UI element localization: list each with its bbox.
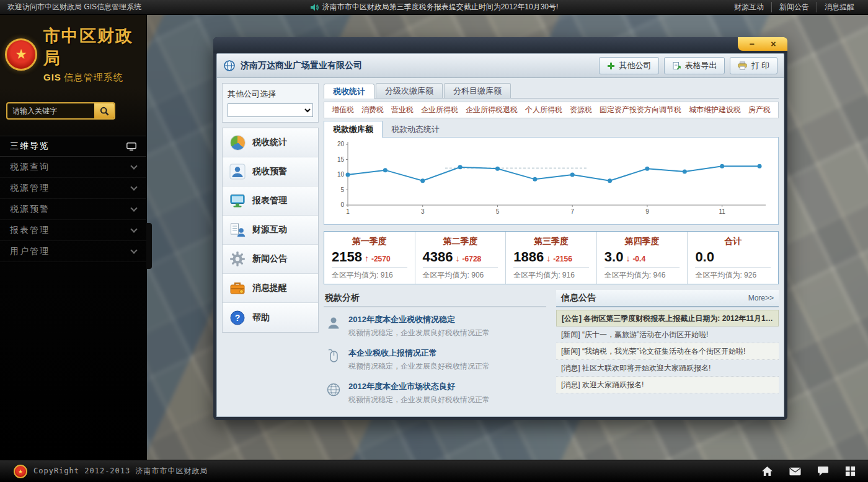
quarter-delta: -6728	[463, 255, 482, 263]
announcement-text: 济南市市中区财政局第三季度税务报表提交截止时间为2012年10月30号!	[322, 2, 559, 12]
analysis-item: 2012年度本企业市场状态良好 税额情况稳定，企业发展良好税收情况正常	[324, 374, 546, 408]
quarter-average: 全区平均值为: 906	[423, 267, 498, 281]
export-button[interactable]: 表格导出	[664, 57, 725, 74]
quarter-label: 第一季度	[332, 236, 407, 247]
sidebar-item-tax-source-query[interactable]: 税源查询	[0, 157, 146, 178]
sidebar-item-report-manage[interactable]: 报表管理	[0, 220, 146, 241]
notice-item[interactable]: [消息] 欢迎大家踊跃报名!	[556, 377, 779, 393]
tax-type-corporate-income-refund[interactable]: 企业所得税退税	[462, 105, 521, 115]
menu-item-label: 新闻公告	[252, 253, 287, 265]
window-body: 其他公司选择 税收统计 税收预警	[216, 78, 784, 417]
tax-type-urban-maintenance[interactable]: 城市维护建设税	[685, 105, 745, 115]
down-arrow-icon: ↓	[456, 253, 460, 263]
notice-item[interactable]: [新闻] “我纳税，我光荣”论文征集活动在各个街区开始啦!	[556, 343, 779, 360]
copyright-text: CopyRight 2012-2013 济南市市中区财政局	[33, 466, 208, 476]
quarter-3-card: 第三季度 1886 ↓ -2156 全区平均值为: 916	[505, 232, 596, 284]
svg-text:15: 15	[337, 156, 345, 163]
tax-type-personal-income[interactable]: 个人所得税	[521, 105, 566, 115]
grid-icon[interactable]	[845, 466, 856, 476]
sidebar-item-label: 税源管理	[10, 183, 131, 194]
menu-item-finance-interaction[interactable]: 财源互动	[223, 216, 318, 245]
person-document-icon	[229, 221, 246, 239]
tab-subject-payment[interactable]: 分科目缴库额	[444, 83, 511, 98]
company-select[interactable]	[228, 103, 313, 117]
sidebar-collapse-handle[interactable]	[146, 223, 152, 269]
sidebar-item-label: 用户管理	[10, 246, 131, 257]
tax-type-vat[interactable]: 增值税	[328, 105, 358, 115]
svg-text:?: ?	[235, 313, 241, 323]
quarter-value: 4386	[423, 249, 453, 265]
tax-type-bar: 增值税 消费税 营业税 企业所得税 企业所得税退税 个人所得税 资源税 固定资产…	[324, 102, 779, 118]
topbar-link-message[interactable]: 消息提醒	[817, 2, 862, 12]
window-titlebar[interactable]: − ×	[213, 37, 787, 53]
svg-text:10: 10	[337, 171, 345, 178]
quarter-label: 合计	[695, 236, 771, 247]
sidebar-item-user-manage[interactable]: 用户管理	[0, 241, 146, 262]
notice-item[interactable]: [新闻] “庆十一，赢旅游”活动在小街区开始啦!	[556, 326, 779, 343]
tax-type-business[interactable]: 营业税	[388, 105, 417, 115]
tax-type-resource[interactable]: 资源税	[566, 105, 596, 115]
sidebar-item-3d-tour[interactable]: 三维导览	[0, 136, 146, 157]
menu-item-help[interactable]: ? 帮助	[223, 303, 318, 332]
search-input[interactable]	[7, 103, 94, 118]
quarter-average: 全区平均值为: 946	[604, 267, 680, 281]
notice-board-section: 信息公告 More>> [公告] 各街区第三季度财税报表上报截止日期为: 201…	[556, 290, 779, 408]
total-card: 合计 0.0 全区平均值为: 926	[687, 232, 778, 284]
topbar-link-news[interactable]: 新闻公告	[771, 2, 817, 12]
chevron-down-icon	[130, 247, 137, 253]
monitor-icon	[126, 142, 136, 151]
tax-line-chart: 051015201357911	[324, 137, 779, 225]
dialog-menu: 税收统计 税收预警 报表管理	[222, 128, 319, 333]
footer-icons	[761, 466, 856, 476]
tax-type-property[interactable]: 房产税	[745, 105, 774, 115]
menu-item-tax-statistics[interactable]: 税收统计	[223, 128, 318, 157]
topbar-link-caiyuan[interactable]: 财源互动	[727, 2, 771, 12]
chevron-down-icon	[130, 162, 137, 169]
tab-level-payment[interactable]: 分级次缴库额	[376, 83, 443, 98]
gear-icon	[229, 250, 246, 268]
search-button[interactable]	[94, 103, 114, 118]
chat-icon[interactable]	[817, 466, 829, 476]
notice-item[interactable]: [公告] 各街区第三季度财税报表上报截止日期为: 2012年11月10日	[556, 310, 779, 326]
analysis-item-desc: 税额情况稳定，企业发展良好税收情况正常	[348, 361, 490, 372]
print-label: 打 印	[751, 60, 769, 71]
notice-header: 信息公告 More>>	[556, 290, 779, 307]
chart-tab-dynamic-stats[interactable]: 税款动态统计	[383, 121, 448, 138]
chart-tab-payment-amount[interactable]: 税款缴库额	[324, 121, 383, 138]
help-icon: ?	[229, 309, 246, 326]
other-company-label: 其他公司	[619, 60, 651, 71]
analysis-item-title: 2012年度本企业税收情况稳定	[348, 314, 490, 325]
other-company-button[interactable]: 其他公司	[599, 57, 659, 74]
tax-type-corporate-income[interactable]: 企业所得税	[417, 105, 462, 115]
announcement-ticker: 济南市市中区财政局第三季度税务报表提交截止时间为2012年10月30号!	[141, 2, 727, 12]
analysis-item-title: 2012年度本企业市场状态良好	[348, 381, 490, 392]
svg-text:5: 5	[340, 186, 344, 193]
menu-item-news[interactable]: 新闻公告	[223, 245, 318, 274]
menu-item-message-reminder[interactable]: 消息提醒	[223, 274, 318, 303]
sidebar-item-tax-source-warning[interactable]: 税源预警	[0, 199, 146, 220]
notice-title: 信息公告	[561, 292, 596, 304]
more-link[interactable]: More>>	[748, 294, 774, 302]
quarter-1-card: 第一季度 2158 ↑ -2570 全区平均值为: 916	[324, 232, 415, 284]
close-button[interactable]: ×	[766, 40, 781, 48]
mail-icon[interactable]	[789, 467, 801, 476]
home-icon[interactable]	[761, 466, 773, 476]
sidebar-item-tax-source-manage[interactable]: 税源管理	[0, 178, 146, 199]
plus-icon	[607, 62, 615, 70]
print-button[interactable]: 打 印	[730, 57, 777, 74]
tax-type-consumption[interactable]: 消费税	[358, 105, 388, 115]
analysis-item: 2012年度本企业税收情况稳定 税额情况稳定，企业发展良好税收情况正常	[324, 307, 546, 341]
menu-item-tax-warning[interactable]: 税收预警	[223, 157, 318, 186]
quarter-value: 1886	[513, 249, 544, 265]
tab-tax-statistics[interactable]: 税收统计	[324, 84, 374, 99]
tax-type-fixed-asset-investment[interactable]: 固定资产投资方向调节税	[596, 105, 685, 115]
chart-tabs: 税款缴库额 税款动态统计	[324, 123, 779, 138]
quarter-average: 全区平均值为: 916	[332, 267, 407, 281]
quarter-label: 第二季度	[423, 236, 498, 247]
dialog-main: 税收统计 分级次缴库额 分科目缴库额 增值税 消费税 营业税 企业所得税 企业所…	[324, 83, 779, 411]
minimize-button[interactable]: −	[745, 40, 760, 48]
sidebar-item-label: 三维导览	[10, 141, 126, 152]
notice-item[interactable]: [消息] 社区大联欢即将开始欢迎大家踊跃报名!	[556, 360, 779, 377]
menu-item-report-manage[interactable]: 报表管理	[223, 186, 318, 216]
quarter-2-card: 第二季度 4386 ↓ -6728 全区平均值为: 906	[415, 232, 506, 284]
